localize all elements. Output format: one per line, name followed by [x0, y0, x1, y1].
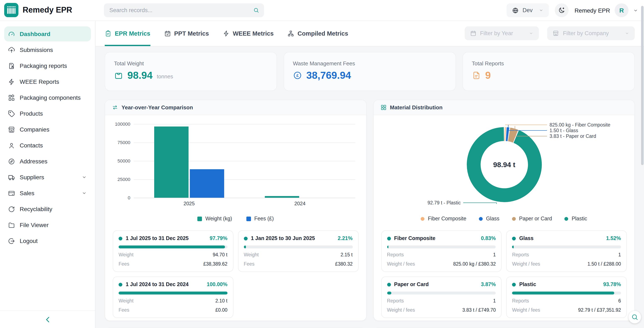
app-title: Remedy EPR: [23, 6, 72, 15]
sidebar-item-dashboard[interactable]: Dashboard: [4, 26, 91, 42]
stat-card-waste-management-fees: Waste Management Fees £ 38,769.94: [284, 52, 456, 91]
moon-icon: [558, 7, 565, 14]
filter-filter-by-year[interactable]: Filter by Year: [464, 26, 539, 40]
row-value: £380.32: [335, 261, 352, 267]
search-fab-button[interactable]: [628, 311, 641, 324]
card-percent: 93.78%: [603, 282, 621, 287]
account-menu[interactable]: Remedy EPR R: [574, 3, 638, 17]
legend-swatch-icon: [246, 216, 251, 221]
sidebar-item-submissions[interactable]: Submissions: [4, 42, 91, 58]
material-card-plastic: Plastic 93.78% Reports6Weight / fees92.7…: [506, 276, 627, 318]
truck-icon: [8, 174, 15, 181]
sidebar-item-file-viewer[interactable]: File Viewer: [4, 218, 91, 232]
row-value: 3.83 t / £749.70: [462, 307, 496, 313]
sidebar-footer: [0, 310, 95, 328]
x-tick-label: 2024: [283, 201, 317, 206]
progress-fill: [118, 246, 225, 248]
gridline: [134, 198, 355, 198]
row-value: 92.79 t / £37,351.92: [578, 307, 621, 313]
stat-value: 38,769.94: [306, 70, 351, 80]
filter-filter-by-company[interactable]: Filter by Company: [548, 26, 635, 40]
sidebar-collapse-button[interactable]: [42, 314, 52, 324]
dot-icon: [387, 236, 391, 240]
stat-label: Total Reports: [472, 60, 626, 66]
callout-label: 1.50 t - Glass: [549, 128, 578, 133]
sidebar-item-label: Products: [20, 110, 43, 117]
bar-chart-area: 025000500007500010000020252024 Weight (k…: [113, 115, 358, 228]
sidebar-item-sales[interactable]: Sales: [4, 186, 91, 201]
row-label: Reports: [387, 252, 404, 258]
tab-label: WEEE Metrics: [233, 30, 274, 37]
sidebar-item-label: Packaging reports: [20, 62, 67, 69]
bar-weight-kg-2025: [154, 126, 188, 198]
tab-weee-metrics[interactable]: WEEE Metrics: [223, 20, 274, 46]
donut-center-label: 98.94 t: [493, 161, 515, 168]
stat-unit: tonnes: [157, 73, 173, 80]
sidebar-item-addresses[interactable]: Addresses: [4, 154, 91, 169]
row-value: 1: [493, 298, 496, 304]
card-title: 1 Jan 2025 to 30 Jun 2025: [251, 236, 315, 241]
brand: Remedy EPR: [4, 3, 72, 17]
tab-epr-metrics[interactable]: EPR Metrics: [105, 20, 150, 46]
progress-track: [387, 246, 496, 248]
sidebar-item-label: Suppliers: [20, 174, 44, 180]
sidebar-nav: Dashboard Submissions Packaging reports …: [0, 20, 95, 248]
search-input[interactable]: [104, 3, 264, 17]
user-icon: [8, 142, 15, 149]
row-value: 2.15 t: [340, 252, 352, 258]
store-icon: [8, 126, 15, 133]
card-percent: 100.00%: [207, 282, 228, 287]
sidebar-item-label: Logout: [20, 238, 38, 244]
legend-item-fees: Fees (£): [246, 216, 274, 222]
scrollbar-thumb[interactable]: [641, 6, 644, 165]
progress-track: [512, 246, 621, 248]
sidebar-item-companies[interactable]: Companies: [4, 122, 91, 137]
card-title: Fiber Composite: [394, 236, 435, 241]
clipboard-icon: [105, 30, 112, 37]
legend-item-plastic: Plastic: [564, 216, 587, 222]
avatar: R: [615, 3, 628, 17]
theme-toggle-button[interactable]: [555, 3, 568, 17]
search-icon: [253, 7, 259, 14]
vertical-scrollbar: [641, 0, 644, 328]
donut-area: 825.00 kg - Fiber Composite1.50 t - Glas…: [374, 115, 634, 228]
card-percent: 0.83%: [481, 236, 496, 241]
sidebar-item-label: Packaging components: [20, 94, 81, 101]
environment-selector[interactable]: Dev: [506, 3, 549, 17]
material-card-paper-or-card: Paper or Card 3.87% Reports1Weight / fee…: [381, 276, 502, 318]
recycle-icon: [8, 206, 15, 212]
tab-ppt-metrics[interactable]: PPT Metrics: [164, 20, 209, 46]
donut-slice-glass: [506, 134, 508, 134]
sidebar-item-contacts[interactable]: Contacts: [4, 138, 91, 153]
sidebar-item-recyclability[interactable]: Recyclability: [4, 202, 91, 216]
callout-label: 3.83 t - Paper or Card: [549, 134, 596, 139]
dot-icon: [118, 236, 122, 240]
filters: Filter by Year Filter by Company: [464, 20, 635, 46]
filter-label: Filter by Company: [563, 30, 609, 36]
card-title: Paper or Card: [394, 282, 429, 287]
panel-title: Year-over-Year Comparison: [122, 104, 193, 110]
weight-icon: [114, 71, 123, 80]
sidebar-item-logout[interactable]: Logout: [4, 233, 91, 248]
folder-icon: [8, 222, 15, 228]
sidebar-item-suppliers[interactable]: Suppliers: [4, 170, 91, 185]
progress-track: [118, 246, 228, 248]
callout-line: [463, 203, 496, 204]
row-value: 1: [493, 252, 496, 258]
sidebar-item-packaging-reports[interactable]: Packaging reports: [4, 58, 91, 73]
progress-fill: [118, 292, 228, 294]
document-icon: [472, 71, 481, 80]
sidebar-item-weee-reports[interactable]: WEEE Reports: [4, 74, 91, 89]
panel-year-over-year: Year-over-Year Comparison 02500050000750…: [105, 100, 366, 321]
environment-label: Dev: [522, 7, 532, 14]
sidebar-item-products[interactable]: Products: [4, 106, 91, 121]
tab-compiled-metrics[interactable]: Compiled Metrics: [288, 20, 348, 46]
globe-icon: [512, 7, 519, 14]
tab-label: EPR Metrics: [115, 30, 150, 37]
row-value: £38,389.62: [203, 261, 227, 267]
card-title: Plastic: [519, 282, 536, 287]
stat-value: 9: [485, 70, 491, 80]
legend-dot-icon: [421, 217, 425, 220]
sidebar-item-packaging-components[interactable]: Packaging components: [4, 90, 91, 105]
row-label: Weight: [118, 298, 134, 304]
